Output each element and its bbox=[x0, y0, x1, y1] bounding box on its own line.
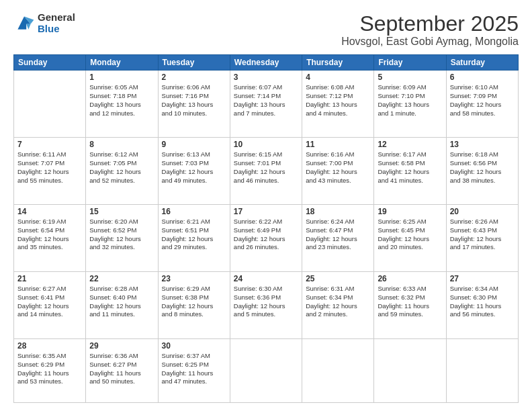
day-info: Sunrise: 6:19 AM Sunset: 6:54 PM Dayligh… bbox=[17, 218, 82, 252]
day-number: 23 bbox=[162, 274, 226, 283]
day-number: 24 bbox=[234, 274, 298, 283]
day-info: Sunrise: 6:24 AM Sunset: 6:47 PM Dayligh… bbox=[306, 218, 370, 252]
table-row: 13Sunrise: 6:18 AM Sunset: 6:56 PM Dayli… bbox=[446, 138, 518, 205]
table-row bbox=[14, 71, 86, 138]
day-info: Sunrise: 6:35 AM Sunset: 6:29 PM Dayligh… bbox=[17, 352, 82, 386]
day-info: Sunrise: 6:25 AM Sunset: 6:45 PM Dayligh… bbox=[378, 218, 442, 252]
table-row: 5Sunrise: 6:09 AM Sunset: 7:10 PM Daylig… bbox=[374, 71, 446, 138]
table-row: 2Sunrise: 6:06 AM Sunset: 7:16 PM Daylig… bbox=[158, 71, 230, 138]
logo-blue-text: Blue bbox=[38, 24, 75, 35]
day-info: Sunrise: 6:10 AM Sunset: 7:09 PM Dayligh… bbox=[450, 83, 515, 118]
day-info: Sunrise: 6:12 AM Sunset: 7:05 PM Dayligh… bbox=[89, 150, 154, 185]
table-row: 7Sunrise: 6:11 AM Sunset: 7:07 PM Daylig… bbox=[14, 138, 86, 205]
day-number: 19 bbox=[378, 207, 442, 216]
day-info: Sunrise: 6:36 AM Sunset: 6:27 PM Dayligh… bbox=[89, 352, 154, 386]
day-number: 7 bbox=[17, 140, 82, 149]
table-row: 26Sunrise: 6:33 AM Sunset: 6:32 PM Dayli… bbox=[374, 271, 446, 338]
table-row: 3Sunrise: 6:07 AM Sunset: 7:14 PM Daylig… bbox=[230, 71, 302, 138]
day-info: Sunrise: 6:06 AM Sunset: 7:16 PM Dayligh… bbox=[162, 83, 226, 118]
day-info: Sunrise: 6:16 AM Sunset: 7:00 PM Dayligh… bbox=[306, 150, 370, 185]
table-row: 11Sunrise: 6:16 AM Sunset: 7:00 PM Dayli… bbox=[302, 138, 374, 205]
day-info: Sunrise: 6:17 AM Sunset: 6:58 PM Dayligh… bbox=[378, 150, 442, 185]
day-number: 20 bbox=[450, 207, 515, 216]
day-info: Sunrise: 6:08 AM Sunset: 7:12 PM Dayligh… bbox=[306, 83, 370, 118]
day-number: 4 bbox=[306, 73, 370, 82]
table-row: 9Sunrise: 6:13 AM Sunset: 7:03 PM Daylig… bbox=[158, 138, 230, 205]
day-number: 13 bbox=[450, 140, 515, 149]
table-row: 12Sunrise: 6:17 AM Sunset: 6:58 PM Dayli… bbox=[374, 138, 446, 205]
table-row: 19Sunrise: 6:25 AM Sunset: 6:45 PM Dayli… bbox=[374, 205, 446, 272]
table-row: 10Sunrise: 6:15 AM Sunset: 7:01 PM Dayli… bbox=[230, 138, 302, 205]
day-info: Sunrise: 6:33 AM Sunset: 6:32 PM Dayligh… bbox=[378, 285, 442, 319]
calendar-table: Sunday Monday Tuesday Wednesday Thursday… bbox=[13, 54, 519, 403]
day-number: 15 bbox=[89, 207, 154, 216]
table-row bbox=[302, 338, 374, 402]
logo-general-text: General bbox=[38, 12, 75, 24]
table-row bbox=[374, 338, 446, 402]
table-row: 16Sunrise: 6:21 AM Sunset: 6:51 PM Dayli… bbox=[158, 205, 230, 272]
day-number: 16 bbox=[162, 207, 226, 216]
table-row: 1Sunrise: 6:05 AM Sunset: 7:18 PM Daylig… bbox=[86, 71, 158, 138]
day-info: Sunrise: 6:37 AM Sunset: 6:25 PM Dayligh… bbox=[162, 352, 226, 386]
table-row: 24Sunrise: 6:30 AM Sunset: 6:36 PM Dayli… bbox=[230, 271, 302, 338]
day-number: 8 bbox=[89, 140, 154, 149]
col-thursday: Thursday bbox=[302, 55, 374, 71]
table-row: 14Sunrise: 6:19 AM Sunset: 6:54 PM Dayli… bbox=[14, 205, 86, 272]
day-info: Sunrise: 6:29 AM Sunset: 6:38 PM Dayligh… bbox=[162, 285, 226, 319]
col-sunday: Sunday bbox=[14, 55, 86, 71]
weekday-header-row: Sunday Monday Tuesday Wednesday Thursday… bbox=[14, 55, 519, 71]
table-row: 25Sunrise: 6:31 AM Sunset: 6:34 PM Dayli… bbox=[302, 271, 374, 338]
day-info: Sunrise: 6:11 AM Sunset: 7:07 PM Dayligh… bbox=[17, 150, 82, 185]
table-row: 30Sunrise: 6:37 AM Sunset: 6:25 PM Dayli… bbox=[158, 338, 230, 402]
day-number: 25 bbox=[306, 274, 370, 283]
table-row: 18Sunrise: 6:24 AM Sunset: 6:47 PM Dayli… bbox=[302, 205, 374, 272]
calendar-subtitle: Hovsgol, East Gobi Aymag, Mongolia bbox=[341, 36, 519, 48]
svg-marker-2 bbox=[26, 24, 30, 29]
header: General Blue September 2025 Hovsgol, Eas… bbox=[13, 12, 519, 48]
title-block: September 2025 Hovsgol, East Gobi Aymag,… bbox=[341, 12, 519, 48]
day-number: 3 bbox=[234, 73, 298, 82]
day-number: 26 bbox=[378, 274, 442, 283]
day-info: Sunrise: 6:20 AM Sunset: 6:52 PM Dayligh… bbox=[89, 218, 154, 252]
day-number: 30 bbox=[162, 341, 226, 351]
day-info: Sunrise: 6:15 AM Sunset: 7:01 PM Dayligh… bbox=[234, 150, 298, 185]
table-row: 17Sunrise: 6:22 AM Sunset: 6:49 PM Dayli… bbox=[230, 205, 302, 272]
table-row: 6Sunrise: 6:10 AM Sunset: 7:09 PM Daylig… bbox=[446, 71, 518, 138]
day-number: 18 bbox=[306, 207, 370, 216]
table-row: 29Sunrise: 6:36 AM Sunset: 6:27 PM Dayli… bbox=[86, 338, 158, 402]
day-info: Sunrise: 6:07 AM Sunset: 7:14 PM Dayligh… bbox=[234, 83, 298, 118]
day-number: 11 bbox=[306, 140, 370, 149]
page: General Blue September 2025 Hovsgol, Eas… bbox=[0, 0, 532, 411]
day-info: Sunrise: 6:26 AM Sunset: 6:43 PM Dayligh… bbox=[450, 218, 515, 252]
day-number: 2 bbox=[162, 73, 226, 82]
day-number: 29 bbox=[89, 341, 154, 351]
day-number: 9 bbox=[162, 140, 226, 149]
day-info: Sunrise: 6:28 AM Sunset: 6:40 PM Dayligh… bbox=[89, 285, 154, 319]
table-row: 15Sunrise: 6:20 AM Sunset: 6:52 PM Dayli… bbox=[86, 205, 158, 272]
day-info: Sunrise: 6:18 AM Sunset: 6:56 PM Dayligh… bbox=[450, 150, 515, 185]
table-row bbox=[446, 338, 518, 402]
col-monday: Monday bbox=[86, 55, 158, 71]
table-row: 28Sunrise: 6:35 AM Sunset: 6:29 PM Dayli… bbox=[14, 338, 86, 402]
day-number: 6 bbox=[450, 73, 515, 82]
col-tuesday: Tuesday bbox=[158, 55, 230, 71]
day-number: 27 bbox=[450, 274, 515, 283]
col-saturday: Saturday bbox=[446, 55, 518, 71]
day-info: Sunrise: 6:22 AM Sunset: 6:49 PM Dayligh… bbox=[234, 218, 298, 252]
day-number: 10 bbox=[234, 140, 298, 149]
col-friday: Friday bbox=[374, 55, 446, 71]
col-wednesday: Wednesday bbox=[230, 55, 302, 71]
day-number: 17 bbox=[234, 207, 298, 216]
day-info: Sunrise: 6:05 AM Sunset: 7:18 PM Dayligh… bbox=[89, 83, 154, 118]
table-row: 27Sunrise: 6:34 AM Sunset: 6:30 PM Dayli… bbox=[446, 271, 518, 338]
table-row: 21Sunrise: 6:27 AM Sunset: 6:41 PM Dayli… bbox=[14, 271, 86, 338]
day-info: Sunrise: 6:34 AM Sunset: 6:30 PM Dayligh… bbox=[450, 285, 515, 319]
day-info: Sunrise: 6:13 AM Sunset: 7:03 PM Dayligh… bbox=[162, 150, 226, 185]
table-row: 4Sunrise: 6:08 AM Sunset: 7:12 PM Daylig… bbox=[302, 71, 374, 138]
table-row: 8Sunrise: 6:12 AM Sunset: 7:05 PM Daylig… bbox=[86, 138, 158, 205]
table-row: 23Sunrise: 6:29 AM Sunset: 6:38 PM Dayli… bbox=[158, 271, 230, 338]
day-number: 1 bbox=[89, 73, 154, 82]
day-info: Sunrise: 6:09 AM Sunset: 7:10 PM Dayligh… bbox=[378, 83, 442, 118]
day-number: 14 bbox=[17, 207, 82, 216]
day-info: Sunrise: 6:21 AM Sunset: 6:51 PM Dayligh… bbox=[162, 218, 226, 252]
